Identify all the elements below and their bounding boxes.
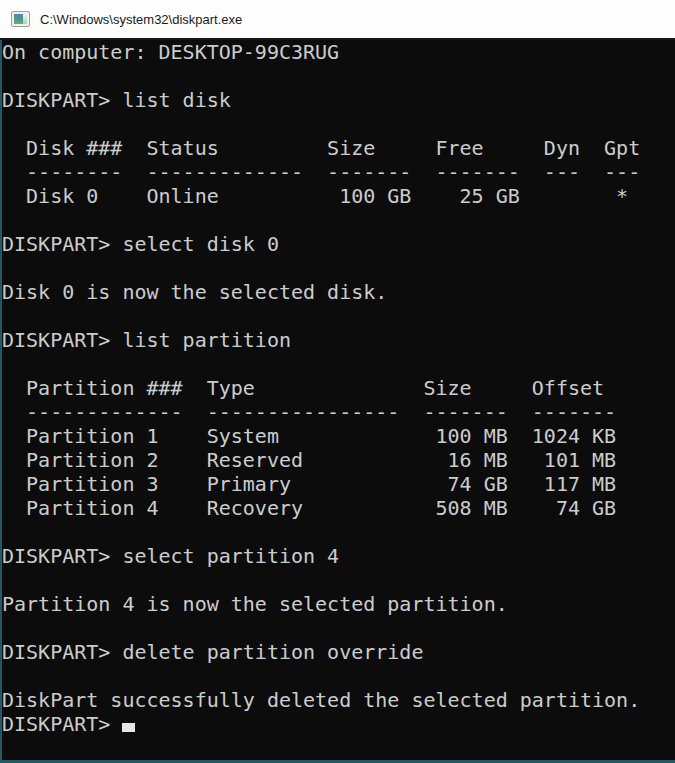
- console-window-icon: [11, 11, 30, 27]
- terminal-screen[interactable]: On computer: DESKTOP-99C3RUG DISKPART> l…: [0, 40, 675, 763]
- prompt-text: DISKPART>: [2, 712, 122, 736]
- prompt-line: DISKPART>: [2, 712, 675, 736]
- text-cursor: [122, 723, 135, 732]
- title-bar[interactable]: C:\Windows\system32\diskpart.exe: [0, 0, 675, 40]
- diskpart-console-window: C:\Windows\system32\diskpart.exe On comp…: [0, 0, 675, 763]
- window-title: C:\Windows\system32\diskpart.exe: [40, 12, 242, 27]
- terminal-output: On computer: DESKTOP-99C3RUG DISKPART> l…: [2, 40, 675, 712]
